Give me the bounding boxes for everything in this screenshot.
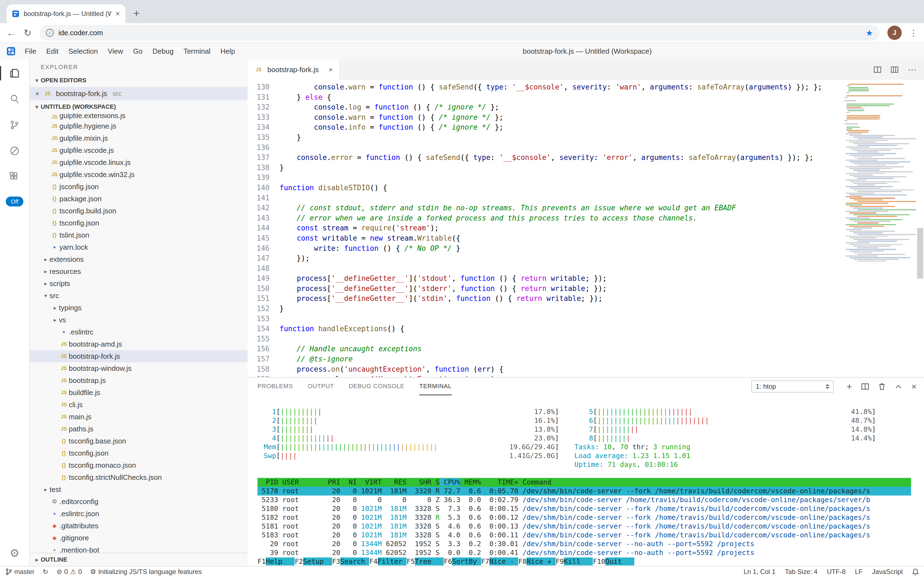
process-row-5182[interactable]: 5182 root 20 0 1021M 181M 3328 R 5.3 0.6…	[257, 513, 911, 522]
cursor-position[interactable]: Ln 1, Col 1	[744, 568, 775, 575]
tree-item-bootstrap-fork.js[interactable]: JSbootstrap-fork.js	[30, 350, 247, 362]
process-row-20[interactable]: 20 root 20 0 1344M 62052 1952 S 3.3 0.2 …	[257, 540, 911, 548]
language-mode[interactable]: JavaScript	[872, 568, 903, 575]
tree-item-scripts[interactable]: ▸scripts	[30, 277, 247, 290]
editor-scrollbar[interactable]	[916, 82, 924, 377]
bookmark-star-icon[interactable]: ★	[866, 28, 873, 38]
menu-selection[interactable]: Selection	[64, 47, 103, 56]
sync-indicator[interactable]: ↻	[43, 568, 48, 575]
new-terminal-icon[interactable]: +	[847, 382, 852, 391]
workspace-header[interactable]: ▾ UNTITLED (WORKSPACE)	[30, 100, 247, 113]
tree-item-main.js[interactable]: JSmain.js	[30, 411, 247, 423]
open-editors-header[interactable]: ▾ OPEN EDITORS	[30, 74, 247, 87]
tab-size[interactable]: Tab Size: 4	[785, 568, 818, 575]
close-panel-icon[interactable]: ×	[911, 382, 917, 392]
new-tab-button[interactable]: +	[129, 5, 144, 21]
maximize-panel-chevron-icon[interactable]	[895, 384, 902, 389]
browser-tab[interactable]: bootstrap-fork.js — Untitled (W ×	[6, 5, 125, 23]
terminal-select[interactable]: 1: htop	[751, 380, 834, 393]
tree-item-cli.js[interactable]: JScli.js	[30, 399, 247, 411]
split-terminal-icon[interactable]	[861, 383, 869, 390]
menu-terminal[interactable]: Terminal	[178, 47, 215, 56]
minimap[interactable]	[845, 82, 916, 377]
tab-debug-console[interactable]: DEBUG CONSOLE	[349, 378, 404, 395]
open-changes-icon[interactable]	[874, 66, 881, 74]
process-row-5183[interactable]: 5183 root 20 0 1021M 181M 3328 S 4.0 0.6…	[257, 531, 911, 540]
tab-problems[interactable]: PROBLEMS	[257, 378, 293, 395]
process-row-5181[interactable]: 5181 root 20 0 1021M 181M 3328 S 4.6 0.6…	[257, 522, 911, 531]
site-info-icon[interactable]: i	[46, 29, 54, 37]
process-row-5178[interactable]: 5178 root 20 0 1021M 181M 3328 R 72.7 0.…	[257, 487, 911, 495]
reload-icon[interactable]: ↻	[24, 28, 32, 37]
menu-debug[interactable]: Debug	[148, 47, 178, 56]
terminal[interactable]: 1[||||||||||17.8%]5[||||||||||||||||||||…	[247, 395, 924, 566]
tab-close-icon[interactable]: ×	[328, 66, 333, 74]
tree-item-test[interactable]: ▸test	[30, 484, 247, 495]
tree-item-bootstrap.js[interactable]: JSbootstrap.js	[30, 374, 247, 387]
tree-item-.editorconfig[interactable]: ⚙.editorconfig	[30, 495, 247, 508]
tree-item-vs[interactable]: ▸vs	[30, 314, 247, 326]
tree-item-gulpfile.hygiene.js[interactable]: JSgulpfile.hygiene.js	[30, 120, 247, 132]
debug-icon[interactable]	[0, 145, 29, 157]
tree-item-gulpfile.extensions.js[interactable]: JSgulpfile.extensions.js	[30, 113, 247, 120]
menu-file[interactable]: File	[20, 47, 41, 56]
tree-item-jsconfig.json[interactable]: {}jsconfig.json	[30, 181, 247, 193]
tree-item-typings[interactable]: ▸typings	[30, 302, 247, 314]
eol[interactable]: LF	[855, 568, 863, 575]
extensions-icon[interactable]	[0, 171, 29, 183]
tree-item-tsconfig.monaco.json[interactable]: {}tsconfig.monaco.json	[30, 459, 247, 471]
open-editor-item[interactable]: × JS bootstrap-fork.js src	[30, 87, 247, 100]
tree-item-bootstrap-amd.js[interactable]: JSbootstrap-amd.js	[30, 338, 247, 350]
encoding[interactable]: UTF-8	[827, 568, 845, 575]
process-row-5180[interactable]: 5180 root 20 0 1021M 181M 3328 S 7.3 0.6…	[257, 504, 911, 513]
tree-item-tslint.json[interactable]: {}tslint.json	[30, 229, 247, 241]
tree-item-gulpfile.vscode.win32.js[interactable]: JSgulpfile.vscode.win32.js	[30, 168, 247, 181]
process-row-39[interactable]: 39 root 20 0 1344M 62052 1952 S 0.0 0.2 …	[257, 548, 911, 557]
tree-item-resources[interactable]: ▸resources	[30, 265, 247, 277]
split-editor-icon[interactable]	[891, 66, 898, 74]
explorer-icon[interactable]	[0, 67, 29, 79]
tree-item-.gitattributes[interactable]: ◆.gitattributes	[30, 520, 247, 532]
tree-item-.eslintrc.json[interactable]: ●.eslintrc.json	[30, 508, 247, 520]
tree-item-tsconfig.strictNullChecks.json[interactable]: {}tsconfig.strictNullChecks.json	[30, 471, 247, 484]
kill-terminal-trash-icon[interactable]	[878, 383, 885, 390]
scrollbar-thumb[interactable]	[917, 228, 923, 279]
git-branch-indicator[interactable]: master	[5, 568, 34, 575]
problems-indicator[interactable]: ⊘ 0 ⚠ 0	[56, 568, 82, 575]
tree-item-tsconfig.json[interactable]: {}tsconfig.json	[30, 447, 247, 459]
more-actions-icon[interactable]: ⋯	[908, 64, 917, 75]
tree-item-package.json[interactable]: {}package.json	[30, 193, 247, 205]
tree-item-.gitignore[interactable]: ◆.gitignore	[30, 532, 247, 544]
search-icon[interactable]	[0, 93, 29, 105]
tree-item-buildfile.js[interactable]: JSbuildfile.js	[30, 387, 247, 399]
tab-output[interactable]: OUTPUT	[308, 378, 334, 395]
off-badge[interactable]: Off	[6, 197, 23, 206]
avatar[interactable]: J	[887, 26, 902, 40]
tree-item-yarn.lock[interactable]: ●yarn.lock	[30, 241, 247, 253]
htop-function-keys[interactable]: F1Help F2Setup F3Search F4Filter F5Tree …	[257, 557, 911, 566]
notifications-bell-icon[interactable]	[912, 568, 919, 575]
menu-go[interactable]: Go	[128, 47, 148, 56]
tree-item-src[interactable]: ▾src	[30, 290, 247, 302]
back-icon[interactable]: ←	[6, 28, 16, 37]
tree-item-bootstrap-window.js[interactable]: JSbootstrap-window.js	[30, 362, 247, 374]
tab-close-icon[interactable]: ×	[116, 10, 120, 18]
tree-item-paths.js[interactable]: JSpaths.js	[30, 423, 247, 435]
tree-item-tsconfig.base.json[interactable]: {}tsconfig.base.json	[30, 435, 247, 447]
tree-item-tsconfig.build.json[interactable]: {}tsconfig.build.json	[30, 205, 247, 217]
code-editor[interactable]: 1301311321331341351361371381391401411421…	[247, 80, 924, 377]
tree-item-gulpfile.mixin.js[interactable]: JSgulpfile.mixin.js	[30, 132, 247, 144]
outline-section[interactable]: ▸ OUTLINE	[30, 553, 247, 566]
tree-item-gulpfile.vscode.linux.js[interactable]: JSgulpfile.vscode.linux.js	[30, 156, 247, 168]
editor-tab[interactable]: JS bootstrap-fork.js ×	[247, 60, 340, 80]
settings-gear-icon[interactable]: ⚙	[10, 547, 19, 559]
menu-view[interactable]: View	[103, 47, 128, 56]
menu-help[interactable]: Help	[215, 47, 240, 56]
tree-item-.eslintrc[interactable]: ●.eslintrc	[30, 326, 247, 338]
tree-item-gulpfile.vscode.js[interactable]: JSgulpfile.vscode.js	[30, 144, 247, 156]
tab-terminal[interactable]: TERMINAL	[419, 378, 452, 395]
browser-menu-icon[interactable]: ⋮	[910, 28, 918, 38]
source-control-icon[interactable]	[0, 119, 29, 131]
address-bar[interactable]: i ide.coder.com ★	[39, 25, 880, 40]
menu-edit[interactable]: Edit	[41, 47, 64, 56]
